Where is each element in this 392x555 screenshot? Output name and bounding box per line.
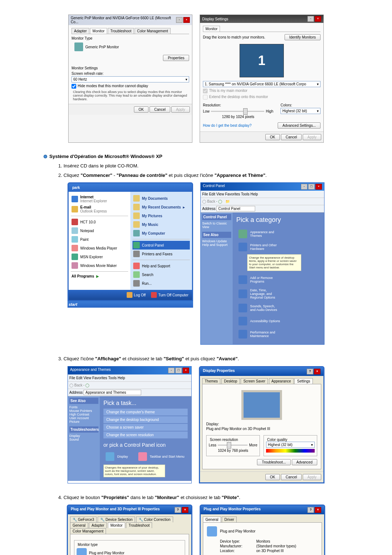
control-panel-item[interactable]: Control Panel [132,241,190,250]
tab-troubleshoot[interactable]: Troubleshoot [126,522,152,528]
start-item[interactable]: Paint [71,235,128,244]
monitor-select[interactable]: 1. Samsung **** on NVIDIA GeForce 6600 L… [203,81,320,87]
ok-button[interactable]: OK [265,474,280,480]
side-link[interactable]: Sound [69,438,98,441]
back-button[interactable]: ◯ Back [202,199,215,203]
address-bar[interactable]: Address Control Panel [201,205,324,212]
printers-faxes[interactable]: Printers and Faxes [132,250,190,258]
apply-button[interactable]: Apply [303,134,321,140]
help-support[interactable]: Help and Support [132,262,190,270]
resolution-slider[interactable] [211,111,264,112]
color-quality-select[interactable]: Highest (32 bit) ▾ [266,442,315,448]
start-internet[interactable]: InternetInternet Explorer [71,194,128,204]
taskbar-icon[interactable]: Taskbar and Start Menu [136,450,187,463]
cancel-button[interactable]: Cancel [281,474,302,480]
apply-button[interactable]: Apply [171,106,190,113]
back-button[interactable]: ◯ Back [69,383,82,387]
tab-general[interactable]: General [70,522,88,528]
side-link[interactable]: User Account Picture [69,416,98,424]
tab-colormgmt[interactable]: Color Management [135,28,171,34]
troubleshoot-button[interactable]: Troubleshoot... [257,459,290,465]
tab-general[interactable]: General [203,516,221,522]
start-item[interactable]: HCT 10.0 [71,218,128,226]
task-item[interactable]: Change the computer's theme [103,409,188,416]
tab-monitor[interactable]: Monitor [203,26,220,32]
close-button[interactable]: × [315,507,321,513]
hide-modes-checkbox[interactable] [72,84,76,89]
tab-monitor[interactable]: Monitor [108,522,125,528]
min-button[interactable]: - [176,17,183,23]
tab-desktop[interactable]: Desktop [221,378,240,384]
search[interactable]: Search [132,270,190,279]
resolution-slider[interactable] [218,445,248,446]
cat-printers[interactable]: Printers and Other Hardware [236,240,283,254]
my-pictures[interactable]: My Pictures [132,211,190,220]
best-display-link[interactable]: How do I get the best display? [203,123,252,127]
min-button[interactable]: - [301,184,307,190]
tab-colormgmt[interactable]: Color Management [70,528,106,534]
help-support-link[interactable]: Help and Support [202,243,231,247]
advanced-button[interactable]: Advanced [292,459,317,465]
tab-driver[interactable]: Driver [222,516,237,522]
refresh-rate-select[interactable]: 60 Hertz ▾ [72,76,189,82]
start-item[interactable]: Windows Media Player [71,244,128,252]
cancel-button[interactable]: Cancel [150,106,170,113]
my-music[interactable]: My Music [132,220,190,229]
switch-view-link[interactable]: Switch to Classic View [202,222,231,229]
close-button[interactable]: × [183,17,190,23]
task-item[interactable]: Change the screen resolution [103,432,188,438]
cat-date[interactable]: Date, Time, Language, and Regional Optio… [236,286,283,301]
forward-button[interactable]: ◯ [85,383,89,387]
start-item[interactable]: Windows Movie Maker [71,261,128,270]
tab-device-selection[interactable]: 🔧 Device Selection [98,516,135,522]
close-button[interactable]: × [183,368,189,373]
help-button[interactable]: ? [307,369,313,374]
tab-themes[interactable]: Themes [202,378,220,384]
cancel-button[interactable]: Cancel [281,134,302,140]
tab-color-correction[interactable]: 🔧 Color Correction [136,516,173,522]
max-button[interactable]: □ [175,368,182,373]
tab-screensaver[interactable]: Screen Saver [241,378,268,384]
tab-appearance[interactable]: Appearance [269,378,294,384]
task-item[interactable]: Change the desktop background [103,416,188,423]
task-item[interactable]: Choose a screen saver [103,424,188,431]
windows-update-link[interactable]: Windows Update [202,239,231,243]
all-programs[interactable]: All Programs ▶ [71,273,128,279]
side-link[interactable]: Display [69,434,98,438]
advanced-settings-button[interactable]: Advanced Settings... [278,122,320,129]
cat-performance[interactable]: Performance and Maintenance [236,328,283,341]
address-bar[interactable]: Address Appearance and Themes [68,389,191,396]
start-item[interactable]: MSN Explorer [71,252,128,261]
min-button[interactable]: - [307,16,314,22]
ok-button[interactable]: OK [134,106,148,113]
tab-troubleshoot[interactable]: Troubleshoot [108,28,134,34]
monitor-preview[interactable]: 1 [240,44,284,77]
menu-bar[interactable]: File Edit View Favorites Tools Help [201,191,324,198]
side-link[interactable]: High Contrast [69,413,98,416]
properties-button[interactable]: Properties [163,55,189,61]
my-computer[interactable]: My Computer [132,229,190,238]
close-button[interactable]: × [314,369,320,374]
min-button[interactable]: - [168,368,175,373]
tab-adapter[interactable]: Adapter [89,522,107,528]
close-button[interactable]: × [182,507,188,513]
help-button[interactable]: ? [307,507,314,513]
cat-appearance[interactable]: Appearance and Themes [236,227,283,240]
close-button[interactable]: × [315,16,321,22]
logoff-button[interactable]: Log Off [124,291,148,299]
ok-button[interactable]: OK [265,134,280,140]
cat-addremove[interactable]: Add or Remove Programs [236,273,283,286]
colors-select[interactable]: Highest (32 bit) ▾ [281,108,320,114]
tab-monitor[interactable]: Monitor [90,28,107,34]
tab-settings[interactable]: Settings [294,378,313,384]
help-button[interactable]: ? [175,507,181,513]
tab-adapter[interactable]: Adapter [72,28,89,34]
run[interactable]: Run... [132,279,190,288]
my-recent-docs[interactable]: My Recent Documents ▸ [132,203,190,211]
identify-monitors-button[interactable]: Identify Monitors [285,34,320,40]
close-button[interactable]: × [315,184,322,190]
tab-geforce[interactable]: 🔧 GeForce3 [70,516,97,522]
start-item[interactable]: Notepad [71,226,128,235]
my-documents[interactable]: My Documents [132,194,190,203]
menu-bar[interactable]: File Edit View Favorites Tools Help [68,374,191,382]
